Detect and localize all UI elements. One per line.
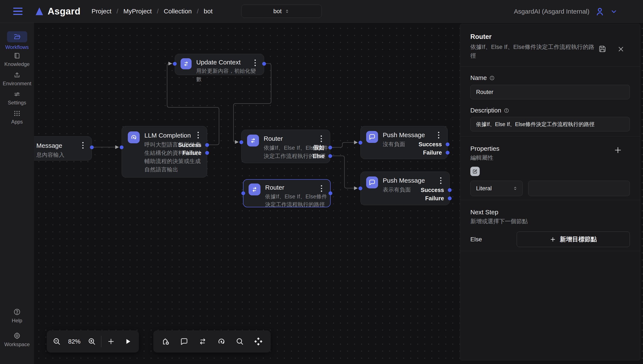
output-port-dot[interactable] [328,191,332,195]
run-workflow-button[interactable] [119,330,137,352]
node-menu-button[interactable] [318,136,324,142]
sidebar-item-workflows[interactable]: Workflows [0,31,34,50]
input-port-dot[interactable] [241,191,245,195]
llm-icon [128,132,140,143]
edit-property-button[interactable] [470,167,480,176]
description-label: Description [470,107,501,114]
menu-icon[interactable] [13,8,22,15]
node-menu-button[interactable] [438,177,444,184]
properties-subtitle: 編輯屬性 [470,154,630,162]
node-menu-button[interactable] [80,142,86,148]
property-value-input[interactable] [528,181,630,196]
sidebar-item-settings[interactable]: Settings [0,90,34,106]
asgard-logo-icon [34,6,44,16]
breadcrumb-myproject[interactable]: MyProject [123,8,152,15]
node-llm-completion[interactable]: LLM Completion 呼叫大型語言模型並產生結構化的資料輸出以輔助流程的… [122,126,207,178]
sidebar: Workflows Knowledge Environment Settings [0,23,34,364]
input-port-dot[interactable] [358,141,362,144]
panel-header: Router 依據If、Else If、Else條件決定工作流程執行的路徑 [460,24,640,67]
breadcrumb-project[interactable]: Project [92,8,112,15]
edge-router-if-to-push-top [330,142,357,147]
sidebar-item-label: Workflows [5,44,29,50]
sidebar-item-workspace[interactable]: Workspace [0,332,34,348]
output-port-dot[interactable] [90,146,94,149]
property-type-select[interactable]: Literal [470,181,523,196]
output-port-dot[interactable] [262,62,266,66]
workflow-selector-value: bot [274,8,282,15]
node-router-top[interactable]: Router 依據If、Else If、Else條件決定工作流程執行的路徑 假如… [241,130,330,163]
add-trigger-icon[interactable] [157,330,174,352]
success-port-dot[interactable] [448,188,452,192]
user-icon[interactable] [595,6,605,16]
node-menu-button[interactable] [319,185,324,192]
node-update-context[interactable]: Update Context 用於更新內容，初始化變數 [175,54,264,75]
input-port-dot[interactable] [173,62,177,66]
close-icon[interactable] [617,45,625,53]
node-message[interactable]: Message 息內容輸入 [34,136,92,160]
success-port-dot[interactable] [205,143,209,147]
router-icon [247,134,259,146]
node-title: Message [36,142,86,150]
failure-port-dot[interactable] [446,151,450,154]
sidebar-item-label: Knowledge [4,61,30,67]
message-node-icon[interactable] [175,330,193,352]
port-label-success: Success [420,187,444,194]
sidebar-item-label: Apps [11,119,23,125]
description-input[interactable] [470,117,630,132]
sidebar-item-apps[interactable]: Apps [0,110,34,125]
name-label: Name [470,74,487,82]
node-router-selected[interactable]: Router 依據If、Else If、Else條件決定工作流程執行的路徑 [243,179,331,207]
sidebar-item-knowledge[interactable]: Knowledge [0,52,34,67]
node-menu-button[interactable] [196,132,201,138]
auto-layout-icon[interactable] [250,330,267,352]
node-menu-button[interactable] [436,132,442,138]
node-menu-button[interactable] [252,60,258,66]
next-step-title: Next Step [470,208,630,216]
chevron-down-icon[interactable] [610,8,618,15]
port-label-success: Success [418,141,442,148]
router-icon [248,184,260,196]
failure-port-dot[interactable] [448,196,452,200]
node-title: LLM Completion [144,132,202,140]
router-node-icon[interactable] [194,330,212,352]
sidebar-item-label: Environment [3,80,32,86]
save-icon[interactable] [598,44,607,53]
input-port-dot[interactable] [120,146,124,149]
node-description: 用於更新內容，初始化變數 [196,67,258,83]
if-port-dot[interactable] [328,146,332,150]
apps-grid-icon [14,110,21,117]
workflows-tile [7,31,27,42]
node-push-message-bottom[interactable]: Push Message 表示有負面 Success Failure [360,172,450,205]
name-input[interactable] [470,85,630,99]
node-push-message-top[interactable]: Push Message 沒有負面 Success Failure [360,126,448,159]
info-icon [504,108,509,113]
panel-properties-section: Properties 編輯屬性 Literal [460,136,640,200]
sidebar-item-label: Help [12,318,22,324]
add-target-node-button[interactable]: 新增目標節點 [517,232,630,247]
workflow-selector[interactable]: bot [241,5,322,18]
edge-router-else-to-push-bottom [330,156,357,188]
llm-node-icon[interactable] [212,330,230,352]
brand[interactable]: Asgard [34,6,80,16]
search-icon[interactable] [231,330,249,352]
book-icon [14,52,21,59]
input-port-dot[interactable] [358,186,362,190]
sidebar-item-help[interactable]: Help [0,308,34,324]
canvas-zoom-toolbar: 82% [47,330,139,352]
zoom-in-button[interactable] [84,330,100,352]
node-title: Push Message [383,176,425,184]
edit-icon [472,168,478,174]
add-node-button[interactable] [103,330,119,352]
sidebar-item-environment[interactable]: Environment [0,72,34,86]
breadcrumb-bot[interactable]: bot [204,8,213,15]
success-port-dot[interactable] [446,142,450,146]
port-label-failure: Failure [423,150,442,156]
breadcrumb-collection[interactable]: Collection [164,8,192,15]
port-label-failure: Failure [425,195,444,202]
help-icon [13,308,21,316]
zoom-out-button[interactable] [49,330,64,352]
failure-port-dot[interactable] [205,151,209,155]
else-port-dot[interactable] [328,154,332,158]
add-property-icon[interactable] [614,146,622,154]
input-port-dot[interactable] [240,140,243,144]
